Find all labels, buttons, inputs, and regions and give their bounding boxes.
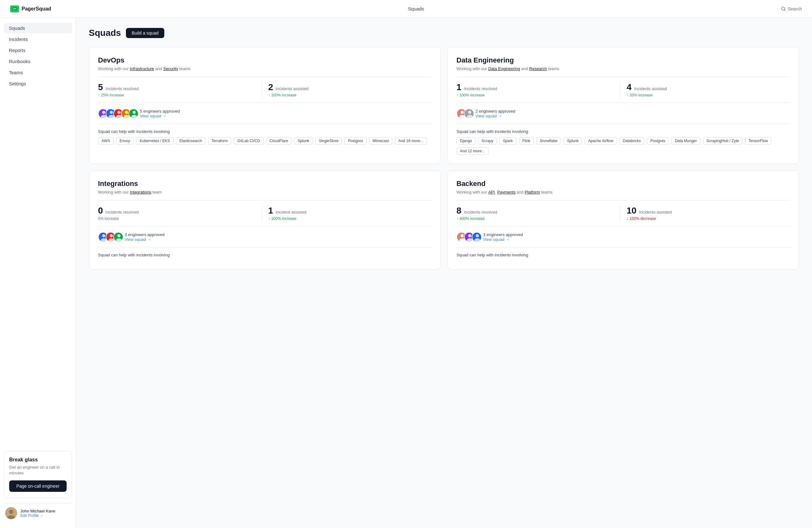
stat-resolved: 8Incidents resolved ↑ 400% increase (456, 205, 620, 221)
break-glass-title: Break glass (9, 457, 67, 462)
svg-point-14 (117, 111, 120, 114)
squad-desc: Working with our Integrations team (98, 190, 432, 195)
svg-point-20 (133, 111, 136, 114)
tag[interactable]: Mimecast (369, 137, 392, 145)
svg-point-26 (468, 111, 472, 114)
tag[interactable]: Spark (499, 137, 516, 145)
profile-name: John Michael Kane (20, 509, 56, 513)
svg-point-41 (468, 234, 472, 237)
tag[interactable]: Splunk (563, 137, 582, 145)
sidebar-nav: Squads Incidents Reports Runbooks Teams … (4, 23, 72, 446)
tag[interactable]: Django (456, 137, 476, 145)
tag[interactable]: Snowflake (536, 137, 561, 145)
sidebar-item-runbooks[interactable]: Runbooks (4, 56, 72, 67)
tag[interactable]: Kubernetes / EKS (136, 137, 173, 145)
engineers-row: 2 engineers approved View squad → (456, 109, 790, 124)
engineers-count: 2 engineers approved (476, 109, 516, 114)
squad-link-data-engineering[interactable]: Data Engineering (488, 66, 520, 71)
view-squad-link[interactable]: View squad → (476, 114, 516, 118)
main-content: Squads Build a squad DevOps Working with… (76, 18, 812, 528)
app-logo[interactable]: PagerSquad (10, 5, 51, 12)
squads-grid: DevOps Working with our Infrastructure a… (89, 47, 799, 270)
tag[interactable]: TensorFlow (745, 137, 771, 145)
svg-point-23 (461, 111, 464, 114)
squad-card-backend: Backend Working with our API, Payments a… (447, 170, 799, 270)
top-nav: PagerSquad Squads Search (0, 0, 812, 18)
sidebar-item-squads[interactable]: Squads (4, 23, 72, 33)
squad-link-integrations[interactable]: Integrations (130, 190, 151, 195)
svg-rect-1 (13, 8, 16, 10)
squad-link-payments[interactable]: Payments (497, 190, 516, 195)
incidents-label: Squad can help with incidents involving (98, 253, 432, 257)
tag[interactable]: ScrapingHub / Zyte (703, 137, 742, 145)
search-label: Search (788, 6, 802, 11)
tag[interactable]: Terraform (208, 137, 231, 145)
tag[interactable]: Envoy (116, 137, 133, 145)
tag-more[interactable]: And 18 more... (395, 137, 427, 145)
user-profile: John Michael Kane Edit Profile → (4, 503, 72, 523)
sidebar-item-teams[interactable]: Teams (4, 67, 72, 78)
squad-desc: Working with our Data Engineering and Re… (456, 66, 790, 71)
squad-card-integrations: Integrations Working with our Integratio… (89, 170, 441, 270)
tag[interactable]: Splunk (294, 137, 313, 145)
squad-link-platform[interactable]: Platform (525, 190, 540, 195)
tag[interactable]: Postgres (345, 137, 366, 145)
svg-point-5 (9, 510, 13, 514)
edit-profile-link[interactable]: Edit Profile → (20, 513, 56, 518)
tag[interactable]: Scrapy (478, 137, 497, 145)
search-button[interactable]: Search (781, 6, 802, 11)
tags-row: AWS Envoy Kubernetes / EKS Elasticsearch… (98, 137, 432, 145)
tag[interactable]: CloudFlare (266, 137, 292, 145)
tag[interactable]: Databricks (620, 137, 644, 145)
avatar (472, 232, 482, 242)
app-name: PagerSquad (21, 6, 51, 12)
squad-name: Data Engineering (456, 56, 790, 65)
page-on-call-button[interactable]: Page on-call engineer (9, 481, 67, 492)
avatar (464, 109, 474, 119)
page-header: Squads Build a squad (89, 28, 799, 38)
avatar-stack (98, 109, 136, 119)
avatar (113, 232, 124, 242)
tag[interactable]: GitLab CI/CD (234, 137, 263, 145)
squad-link-api[interactable]: API (488, 190, 495, 195)
incidents-label: Squad can help with incidents involving (456, 253, 790, 257)
stat-resolved: 5Incidents resolved ↑ 25% increase (98, 82, 262, 97)
svg-point-36 (116, 238, 122, 242)
squad-card-data-engineering: Data Engineering Working with our Data E… (447, 47, 799, 164)
stat-assisted: 1Incident assisted ↑ 100% increase (262, 205, 432, 221)
tag[interactable]: Data Munger (671, 137, 700, 145)
page-title: Squads (89, 28, 121, 38)
view-squad-link[interactable]: View squad → (483, 237, 523, 242)
squad-link-research[interactable]: Research (530, 66, 547, 71)
sidebar-item-incidents[interactable]: Incidents (4, 34, 72, 44)
squad-card-devops: DevOps Working with our Infrastructure a… (89, 47, 441, 164)
build-squad-button[interactable]: Build a squad (126, 28, 164, 38)
svg-point-17 (125, 111, 128, 114)
avatar-stack (456, 232, 479, 242)
tag[interactable]: AWS (98, 137, 114, 145)
stat-assisted: 2Incidents assisted ↑ 100% increase (262, 82, 432, 97)
tag[interactable]: SingleStore (315, 137, 342, 145)
engineers-count: 3 engineers approved (483, 232, 523, 237)
incidents-label: Squad can help with incidents involving (98, 129, 432, 134)
sidebar-item-settings[interactable]: Settings (4, 79, 72, 89)
avatar-stack (456, 109, 472, 119)
tag[interactable]: Flink (519, 137, 534, 145)
tag[interactable]: Apache Airflow (584, 137, 617, 145)
svg-point-21 (131, 115, 137, 119)
tag-more[interactable]: And 12 more... (456, 147, 489, 155)
tag[interactable]: Elasticsearch (176, 137, 205, 145)
svg-point-35 (117, 234, 120, 237)
tag[interactable]: Postgres (647, 137, 669, 145)
squad-link-security[interactable]: Security (163, 66, 178, 71)
view-squad-link[interactable]: View squad → (125, 237, 165, 242)
svg-point-32 (110, 234, 113, 237)
view-squad-link[interactable]: View squad → (140, 114, 180, 118)
svg-point-44 (476, 234, 479, 237)
squad-link-infrastructure[interactable]: Infrastructure (130, 66, 154, 71)
sidebar-item-reports[interactable]: Reports (4, 45, 72, 56)
logo-icon (10, 5, 19, 12)
stats-row: 0Incidents resolved 0% increase 1Inciden… (98, 200, 432, 226)
squad-desc: Working with our API, Payments and Platf… (456, 190, 790, 195)
engineers-row: 5 engineers approved View squad → (98, 109, 432, 124)
